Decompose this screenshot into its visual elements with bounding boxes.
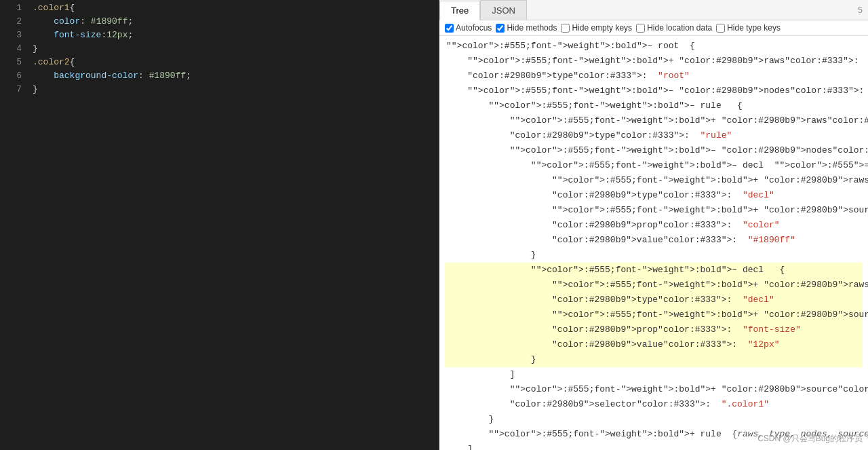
tree-line: "color:#2980b9">prop"color:#333">: "font… [445, 322, 863, 337]
tree-line: ] [445, 367, 863, 382]
code-line: 2 color: #1890ff; [0, 16, 439, 30]
tree-panel: Tree JSON 5 AutofocusHide methodsHide em… [439, 0, 868, 450]
line-content: font-size:12px; [33, 30, 133, 40]
line-number: 3 [5, 30, 22, 40]
tree-line: "">color">:#555;font-">weight">:bold">+ … [445, 203, 863, 218]
tree-line: "">color">:#555;font-">weight">:bold">+ … [445, 54, 863, 69]
line-number: 1 [5, 3, 22, 13]
tree-line: "">color">:#555;font-">weight">:bold">– … [445, 83, 863, 98]
line-content: .color2{ [33, 57, 75, 67]
tree-line: } [445, 248, 863, 263]
option-hide-location-data[interactable]: Hide location data [636, 23, 712, 33]
tab-json[interactable]: JSON [480, 0, 527, 20]
line-number: 7 [5, 84, 22, 94]
code-line: 4} [0, 43, 439, 57]
options-bar: AutofocusHide methodsHide empty keysHide… [439, 20, 868, 36]
option-label-autofocus: Autofocus [456, 23, 492, 33]
option-label-hide-type-keys: Hide type keys [727, 23, 781, 33]
tab-tree[interactable]: Tree [439, 1, 480, 20]
line-number: 2 [5, 16, 22, 26]
tree-line: "">color">:#555;font-">weight">:bold">+ … [445, 173, 863, 188]
option-autofocus[interactable]: Autofocus [445, 23, 492, 33]
tree-line: "">color">:#555;font-">weight">:bold">– … [445, 98, 863, 113]
tree-line: "">color">:#555;font-">weight">:bold">+ … [445, 427, 863, 442]
tree-line: "color:#2980b9">type"color:#333">: "decl… [445, 188, 863, 203]
tree-line: "">color">:#555;font-">weight">:bold">– … [445, 143, 863, 158]
code-line: 6 background-color: #1890ff; [0, 71, 439, 84]
code-line: 3 font-size:12px; [0, 30, 439, 43]
line-number: 6 [5, 71, 22, 81]
tree-line: } [445, 412, 863, 427]
option-label-hide-location-data: Hide location data [647, 23, 712, 33]
tree-line: "">color">:#555;font-">weight">:bold">+ … [445, 382, 863, 397]
tree-content: "">color">:#555;font-">weight">:bold">– … [439, 36, 868, 450]
code-line: 1.color1{ [0, 3, 439, 16]
option-label-hide-methods: Hide methods [507, 23, 557, 33]
tree-line: ] [445, 442, 863, 450]
line-content: .color1{ [33, 3, 75, 13]
tab-number: 5 [858, 5, 868, 15]
tree-line: "color:#2980b9">value"color:#333">: "#18… [445, 233, 863, 248]
code-editor: 1.color1{2 color: #1890ff;3 font-size:12… [0, 0, 439, 450]
option-hide-methods[interactable]: Hide methods [496, 23, 557, 33]
line-content: background-color: #1890ff; [33, 71, 191, 81]
line-content: } [33, 84, 38, 94]
tree-line: "">color">:#555;font-">weight">:bold">+ … [445, 307, 863, 322]
tree-line: "">color">:#555;font-">weight">:bold">+ … [445, 278, 863, 293]
checkbox-autofocus[interactable] [445, 24, 454, 33]
tree-line: "color:#2980b9">selector"color:#333">: "… [445, 397, 863, 412]
option-label-hide-empty-keys: Hide empty keys [572, 23, 632, 33]
tree-line: } [445, 352, 863, 367]
option-hide-empty-keys[interactable]: Hide empty keys [561, 23, 632, 33]
checkbox-hide-empty-keys[interactable] [561, 24, 570, 33]
option-hide-type-keys[interactable]: Hide type keys [716, 23, 781, 33]
checkbox-hide-location-data[interactable] [636, 24, 645, 33]
checkbox-hide-methods[interactable] [496, 24, 505, 33]
tree-line: "color:#2980b9">type"color:#333">: "decl… [445, 293, 863, 307]
line-number: 4 [5, 43, 22, 54]
tree-line: "color:#2980b9">type"color:#333">: "root… [445, 69, 863, 83]
line-content: } [33, 43, 38, 54]
tree-line: "color:#2980b9">value"color:#333">: "12p… [445, 337, 863, 352]
checkbox-hide-type-keys[interactable] [716, 24, 725, 33]
tree-line: "color:#2980b9">prop"color:#333">: "colo… [445, 218, 863, 233]
tab-bar: Tree JSON 5 [439, 0, 868, 20]
line-content: color: #1890ff; [33, 16, 133, 26]
tree-line: "">color">:#555;font-">weight">:bold">– … [445, 39, 863, 54]
code-line: 5.color2{ [0, 57, 439, 71]
tree-line: "color:#2980b9">type"color:#333">: "rule… [445, 128, 863, 143]
tree-line: "">color">:#555;font-">weight">:bold">+ … [445, 113, 863, 128]
code-line: 7} [0, 84, 439, 98]
tree-line: "">color">:#555;font-">weight">:bold">– … [445, 158, 863, 173]
tree-line: "">color">:#555;font-">weight">:bold">– … [445, 263, 863, 278]
line-number: 5 [5, 57, 22, 67]
